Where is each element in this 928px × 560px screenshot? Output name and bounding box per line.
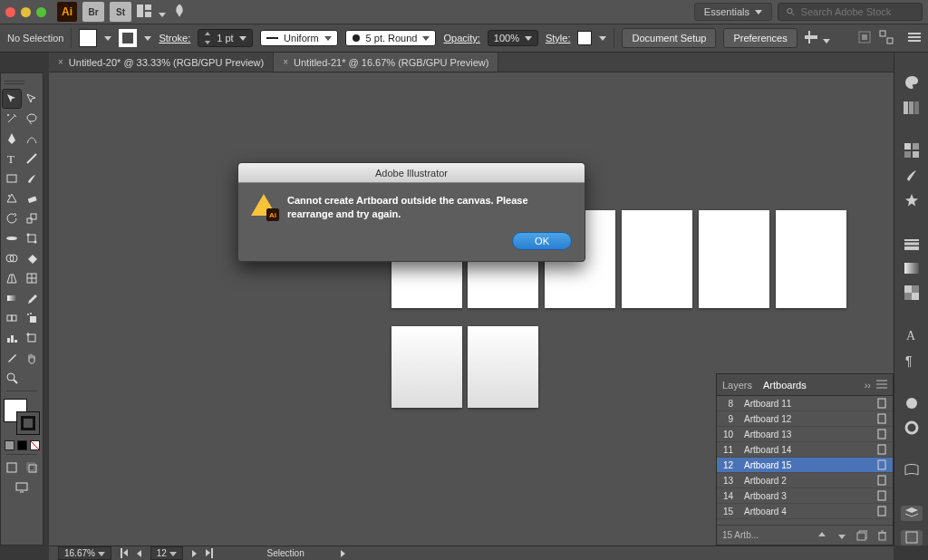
symbol-sprayer-tool[interactable] [23, 309, 41, 327]
color-mode[interactable] [5, 440, 14, 450]
move-down-icon[interactable] [836, 530, 847, 541]
lasso-tool[interactable] [23, 110, 41, 128]
move-up-icon[interactable] [817, 530, 827, 541]
last-artboard-button[interactable] [206, 548, 213, 558]
shaper-tool[interactable] [3, 189, 21, 208]
artboard[interactable] [622, 210, 692, 308]
shape-builder-tool[interactable] [3, 249, 21, 267]
artboard-row[interactable]: 9Artboard 12 [717, 411, 893, 427]
opacity-field[interactable]: 100% [488, 30, 538, 46]
selection-tool[interactable] [3, 90, 21, 108]
eraser-tool[interactable] [23, 189, 41, 208]
gpu-rocket-icon[interactable] [171, 3, 188, 21]
brush-definition[interactable]: 5 pt. Round [345, 30, 437, 46]
stock-search-input[interactable] [801, 6, 914, 17]
gradient-mode[interactable] [17, 440, 27, 450]
magic-wand-tool[interactable] [3, 110, 21, 128]
draw-normal-icon[interactable] [3, 459, 21, 477]
delete-artboard-icon[interactable] [876, 530, 887, 541]
scale-tool[interactable] [23, 209, 41, 227]
rotate-tool[interactable] [3, 209, 21, 227]
arrange-documents-icon[interactable] [137, 5, 166, 19]
artboard-options-icon[interactable] [876, 490, 887, 501]
stroke-swatch[interactable] [119, 29, 137, 47]
bridge-button[interactable]: Br [82, 2, 104, 22]
artboard-row[interactable]: 12Artboard 15 [717, 458, 893, 473]
artboard[interactable] [392, 326, 462, 408]
stroke-color[interactable] [16, 411, 40, 435]
first-artboard-button[interactable] [121, 548, 128, 558]
artboard-tool[interactable] [23, 329, 41, 347]
paragraph-panel-icon[interactable]: ¶ [901, 352, 923, 368]
live-paint-bucket-tool[interactable] [23, 249, 41, 267]
new-artboard-icon[interactable] [856, 530, 867, 541]
stroke-label[interactable]: Stroke: [159, 33, 190, 43]
preferences-button[interactable]: Preferences [723, 28, 797, 48]
opacity-label[interactable]: Opacity: [443, 33, 479, 43]
rectangle-tool[interactable] [3, 169, 21, 188]
screen-mode-icon[interactable] [13, 478, 31, 497]
perspective-grid-tool[interactable] [3, 269, 21, 287]
document-setup-button[interactable]: Document Setup [622, 28, 716, 48]
artboard-options-icon[interactable] [876, 459, 887, 470]
artboards-panel-icon[interactable] [901, 530, 923, 546]
character-panel-icon[interactable]: A [901, 328, 923, 343]
artboard-options-icon[interactable] [876, 444, 887, 455]
line-segment-tool[interactable] [23, 150, 41, 168]
draw-behind-icon[interactable] [23, 459, 41, 477]
zoom-level[interactable]: 16.67% [58, 546, 111, 560]
stroke-dropdown-icon[interactable] [144, 36, 151, 41]
style-label[interactable]: Style: [546, 33, 571, 43]
ok-button[interactable]: OK [512, 232, 572, 250]
document-tab[interactable]: × Untitled-20* @ 33.33% (RGB/GPU Preview… [49, 53, 274, 72]
transparency-panel-icon[interactable] [901, 285, 923, 301]
fill-stroke-control[interactable] [4, 399, 40, 435]
brushes-panel-icon[interactable] [901, 167, 923, 183]
slice-tool[interactable] [3, 349, 21, 367]
artboard-options-icon[interactable] [876, 506, 887, 517]
prev-artboard-button[interactable] [137, 550, 141, 557]
mesh-tool[interactable] [23, 269, 41, 287]
graphic-styles-panel-icon[interactable] [901, 420, 923, 435]
close-tab-icon[interactable]: × [58, 57, 63, 67]
document-tab[interactable]: × Untitled-21* @ 16.67% (RGB/GPU Preview… [274, 53, 498, 72]
gradient-panel-icon[interactable] [901, 261, 923, 276]
swatches-panel-icon[interactable] [901, 142, 923, 158]
curvature-tool[interactable] [23, 130, 41, 148]
artboard-options-icon[interactable] [876, 398, 887, 409]
minimize-window-button[interactable] [21, 7, 31, 17]
layers-tab[interactable]: Layers [722, 380, 752, 391]
artboard-row[interactable]: 8Artboard 11 [717, 396, 893, 411]
artboard-row[interactable]: 14Artboard 3 [717, 488, 893, 504]
pen-tool[interactable] [3, 130, 21, 148]
close-window-button[interactable] [5, 7, 15, 17]
close-tab-icon[interactable]: × [283, 57, 288, 67]
control-menu-icon[interactable] [908, 32, 921, 44]
column-graph-tool[interactable] [3, 329, 21, 347]
artboard-options-icon[interactable] [876, 429, 887, 439]
blend-tool[interactable] [3, 309, 21, 327]
hand-tool[interactable] [23, 349, 41, 367]
width-tool[interactable] [3, 229, 21, 247]
eyedropper-tool[interactable] [23, 289, 41, 307]
artboard[interactable] [776, 210, 846, 308]
transform-panel-icon[interactable] [857, 30, 872, 46]
artboard[interactable] [468, 326, 538, 408]
free-transform-tool[interactable] [23, 229, 41, 247]
artboard-row[interactable]: 15Artboard 4 [717, 504, 893, 519]
symbols-panel-icon[interactable] [901, 192, 923, 208]
artboard-row[interactable]: 10Artboard 13 [717, 427, 893, 442]
gradient-tool[interactable] [3, 289, 21, 307]
color-panel-icon[interactable] [901, 74, 923, 91]
stock-button[interactable]: St [110, 2, 131, 22]
type-tool[interactable]: T [3, 150, 21, 168]
next-artboard-button[interactable] [192, 550, 197, 557]
workspace-switcher[interactable]: Essentials [694, 3, 772, 21]
color-guide-panel-icon[interactable] [901, 100, 923, 115]
panel-collapse-icon[interactable]: ›› [865, 380, 871, 391]
align-icon[interactable] [805, 31, 830, 45]
fill-swatch[interactable] [79, 29, 97, 47]
isolate-icon[interactable] [879, 30, 894, 46]
artboard-row[interactable]: 11Artboard 14 [717, 442, 893, 458]
style-dropdown-icon[interactable] [599, 36, 606, 41]
